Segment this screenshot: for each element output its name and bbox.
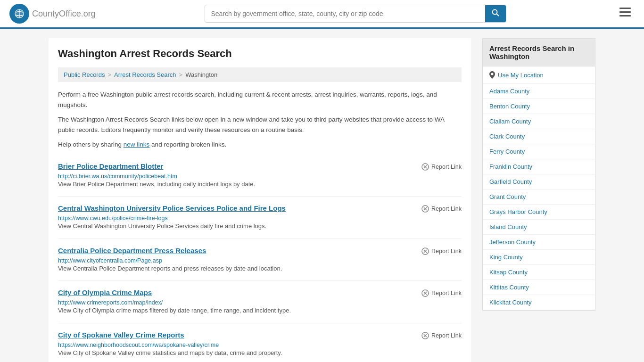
result-url-3[interactable]: http://www.crimereports.com/map/index/ (58, 299, 163, 306)
county-link-7[interactable]: Grant County (483, 189, 595, 204)
result-title-2[interactable]: Centralia Police Department Press Releas… (58, 247, 206, 255)
county-link-12[interactable]: Kitsap County (483, 265, 595, 280)
page-title: Washington Arrest Records Search (58, 48, 462, 60)
county-link-13[interactable]: Kittitas County (483, 280, 595, 295)
county-link-9[interactable]: Island County (483, 220, 595, 234)
county-link-4[interactable]: Ferry County (483, 144, 595, 159)
report-link-btn-0[interactable]: Report Link (421, 162, 462, 171)
result-header-0: Brier Police Department Blotter http://c… (58, 162, 462, 180)
site-header: CountyOffice.org (0, 0, 644, 29)
search-bar (205, 5, 506, 23)
result-title-3[interactable]: City of Olympia Crime Maps (58, 288, 163, 296)
county-list-item: Clallam County (483, 114, 595, 129)
result-header-2: Centralia Police Department Press Releas… (58, 247, 462, 264)
county-link-10[interactable]: Jefferson County (483, 235, 595, 249)
result-url-1[interactable]: https://www.cwu.edu/police/crime-fire-lo… (58, 215, 168, 222)
result-title-0[interactable]: Brier Police Department Blotter (58, 162, 177, 170)
use-location-label: Use My Location (498, 72, 544, 79)
sidebar-card: Arrest Records Search in Washington Use … (482, 38, 595, 311)
result-entry: City of Olympia Crime Maps http://www.cr… (58, 281, 462, 323)
county-link-2[interactable]: Clallam County (483, 114, 595, 129)
breadcrumb-sep-1: > (107, 71, 111, 78)
result-title-4[interactable]: City of Spokane Valley Crime Reports (58, 331, 219, 339)
report-link-btn-3[interactable]: Report Link (421, 288, 462, 297)
county-list-item: Jefferson County (483, 235, 595, 250)
breadcrumb-current: Washington (185, 71, 217, 78)
county-link-5[interactable]: Franklin County (483, 159, 595, 174)
svg-rect-6 (619, 11, 631, 13)
result-header-1: Central Washington University Police Ser… (58, 204, 462, 222)
report-link-btn-2[interactable]: Report Link (421, 247, 462, 255)
sidebar-heading: Arrest Records Search in Washington (483, 39, 595, 66)
result-entry: Brier Police Department Blotter http://c… (58, 155, 462, 197)
result-title-1[interactable]: Central Washington University Police Ser… (58, 204, 286, 212)
county-link-3[interactable]: Clark County (483, 129, 595, 144)
result-desc-0: View Brier Police Department news, inclu… (58, 180, 462, 189)
county-link-8[interactable]: Grays Harbor County (483, 205, 595, 219)
description-para3: Help others by sharing new links and rep… (58, 140, 462, 150)
result-header-4: City of Spokane Valley Crime Reports htt… (58, 331, 462, 348)
result-entry: Centralia Police Department Press Releas… (58, 239, 462, 281)
county-list-item: Grays Harbor County (483, 205, 595, 220)
report-link-label-1: Report Link (431, 206, 462, 212)
county-link-14[interactable]: Klickitat County (483, 295, 595, 310)
result-url-4[interactable]: https://www.neighborhoodscout.com/wa/spo… (58, 342, 219, 348)
result-header-3: City of Olympia Crime Maps http://www.cr… (58, 288, 462, 306)
logo-text: CountyOffice.org (32, 9, 96, 19)
report-link-label-2: Report Link (431, 248, 462, 255)
breadcrumb: Public Records > Arrest Records Search >… (58, 67, 462, 82)
result-entry: City of Spokane Valley Crime Reports htt… (58, 323, 462, 362)
report-link-label-3: Report Link (431, 290, 462, 296)
report-link-label-4: Report Link (431, 332, 462, 339)
report-icon-0 (421, 163, 429, 171)
county-list-item: Franklin County (483, 159, 595, 174)
county-list-item: Klickitat County (483, 295, 595, 310)
main-container: Washington Arrest Records Search Public … (39, 29, 605, 362)
result-url-2[interactable]: http://www.cityofcentralia.com/Page.asp (58, 257, 162, 264)
county-link-11[interactable]: King County (483, 250, 595, 264)
report-link-btn-4[interactable]: Report Link (421, 331, 462, 339)
result-url-0[interactable]: http://ci.brier.wa.us/community/policebe… (58, 173, 177, 180)
svg-point-3 (493, 10, 497, 15)
svg-rect-5 (619, 8, 631, 9)
logo-icon (9, 4, 29, 24)
content-area: Washington Arrest Records Search Public … (49, 38, 471, 362)
report-icon-1 (421, 205, 429, 213)
county-list-item: Benton County (483, 99, 595, 114)
county-list-item: Ferry County (483, 144, 595, 159)
report-icon-2 (421, 247, 429, 255)
county-link-6[interactable]: Garfield County (483, 174, 595, 189)
report-icon-4 (421, 332, 429, 339)
county-list-item: Adams County (483, 84, 595, 99)
search-input[interactable] (205, 6, 485, 21)
new-links-link[interactable]: new links (124, 141, 150, 148)
svg-line-4 (497, 14, 499, 16)
use-location-button[interactable]: Use My Location (483, 66, 595, 84)
county-link-1[interactable]: Benton County (483, 99, 595, 114)
svg-rect-7 (619, 15, 631, 16)
result-desc-2: View Centralia Police Department reports… (58, 264, 462, 273)
county-list-item: Island County (483, 220, 595, 235)
logo[interactable]: CountyOffice.org (9, 4, 96, 24)
description-para2: The Washington Arrest Records Search lin… (58, 115, 462, 135)
result-entry: Central Washington University Police Ser… (58, 197, 462, 239)
description-para1: Perform a free Washington public arrest … (58, 90, 462, 110)
result-desc-1: View Central Washington University Polic… (58, 222, 462, 231)
menu-button[interactable] (616, 6, 635, 22)
svg-point-23 (491, 73, 494, 75)
result-desc-4: View City of Spokane Valley crime statis… (58, 348, 462, 358)
report-link-btn-1[interactable]: Report Link (421, 204, 462, 213)
county-list-item: Kitsap County (483, 265, 595, 280)
results-list: Brier Police Department Blotter http://c… (58, 155, 462, 362)
county-list-item: Grant County (483, 189, 595, 205)
breadcrumb-arrest-records[interactable]: Arrest Records Search (114, 71, 176, 78)
search-button[interactable] (485, 5, 506, 22)
county-link-0[interactable]: Adams County (483, 84, 595, 99)
breadcrumb-public-records[interactable]: Public Records (64, 71, 105, 78)
county-list-item: Kittitas County (483, 280, 595, 295)
county-list: Adams CountyBenton CountyClallam CountyC… (483, 84, 595, 310)
county-list-item: Clark County (483, 129, 595, 144)
report-link-label-0: Report Link (431, 164, 462, 170)
county-list-item: Garfield County (483, 174, 595, 189)
result-desc-3: View City of Olympia crime maps filtered… (58, 306, 462, 315)
